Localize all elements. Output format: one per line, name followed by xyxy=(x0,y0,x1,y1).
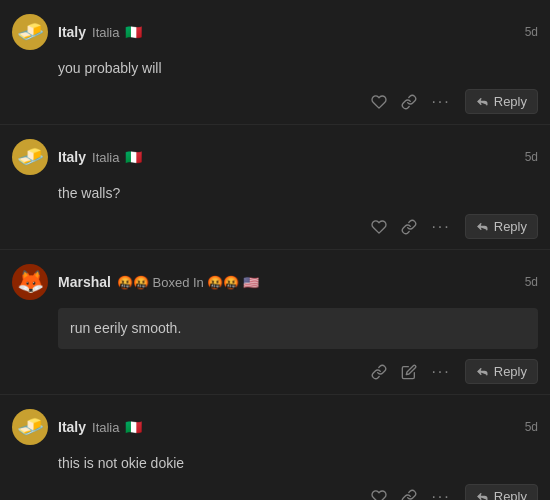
more-icon[interactable]: ··· xyxy=(431,93,450,111)
post-meta: Italy Italia 🇮🇹 5d xyxy=(58,24,538,40)
like-icon[interactable] xyxy=(371,489,387,501)
flag-emoji: 🇮🇹 xyxy=(125,24,142,40)
edit-icon[interactable] xyxy=(401,364,417,380)
more-icon[interactable]: ··· xyxy=(431,488,450,501)
reply-label: Reply xyxy=(494,219,527,234)
like-icon[interactable] xyxy=(371,94,387,110)
post-item: 🧈 Italy Italia 🇮🇹 5d the walls? ··· Repl… xyxy=(0,125,550,250)
post-item: 🦊 Marshal 🤬🤬 Boxed In 🤬🤬 🇺🇸 5d run eeril… xyxy=(0,250,550,395)
flag-emoji: 🇮🇹 xyxy=(125,419,142,435)
avatar: 🧈 xyxy=(12,139,48,175)
post-meta: Italy Italia 🇮🇹 5d xyxy=(58,149,538,165)
avatar: 🦊 xyxy=(12,264,48,300)
post-actions: ··· Reply xyxy=(58,89,538,114)
reply-label: Reply xyxy=(494,364,527,379)
user-tag: Italia xyxy=(92,150,119,165)
reply-label: Reply xyxy=(494,94,527,109)
post-actions: ··· Reply xyxy=(58,214,538,239)
username: Italy xyxy=(58,24,86,40)
post-actions: ··· Reply xyxy=(58,359,538,384)
post-meta: Marshal 🤬🤬 Boxed In 🤬🤬 🇺🇸 5d xyxy=(58,274,538,290)
timestamp: 5d xyxy=(525,150,538,164)
link-icon[interactable] xyxy=(401,94,417,110)
link-icon[interactable] xyxy=(401,219,417,235)
timestamp: 5d xyxy=(525,25,538,39)
avatar: 🧈 xyxy=(12,409,48,445)
reply-button[interactable]: Reply xyxy=(465,214,538,239)
post-actions: ··· Reply xyxy=(58,484,538,500)
user-tag: Italia xyxy=(92,25,119,40)
reply-button[interactable]: Reply xyxy=(465,89,538,114)
timestamp: 5d xyxy=(525,420,538,434)
reply-button[interactable]: Reply xyxy=(465,359,538,384)
post-content: run eerily smooth. xyxy=(58,308,538,349)
reply-button[interactable]: Reply xyxy=(465,484,538,500)
user-tag: 🤬🤬 Boxed In 🤬🤬 🇺🇸 xyxy=(117,275,259,290)
username: Italy xyxy=(58,419,86,435)
more-icon[interactable]: ··· xyxy=(431,218,450,236)
post-content: this is not okie dokie xyxy=(58,453,538,474)
user-tag: Italia xyxy=(92,420,119,435)
link-icon[interactable] xyxy=(371,364,387,380)
like-icon[interactable] xyxy=(371,219,387,235)
post-content: the walls? xyxy=(58,183,538,204)
post-content: you probably will xyxy=(58,58,538,79)
reply-label: Reply xyxy=(494,489,527,500)
flag-emoji: 🇮🇹 xyxy=(125,149,142,165)
username: Marshal xyxy=(58,274,111,290)
post-item: 🧈 Italy Italia 🇮🇹 5d you probably will ·… xyxy=(0,0,550,125)
username: Italy xyxy=(58,149,86,165)
more-icon[interactable]: ··· xyxy=(431,363,450,381)
post-meta: Italy Italia 🇮🇹 5d xyxy=(58,419,538,435)
avatar: 🧈 xyxy=(12,14,48,50)
timestamp: 5d xyxy=(525,275,538,289)
post-item: 🧈 Italy Italia 🇮🇹 5d this is not okie do… xyxy=(0,395,550,500)
link-icon[interactable] xyxy=(401,489,417,501)
